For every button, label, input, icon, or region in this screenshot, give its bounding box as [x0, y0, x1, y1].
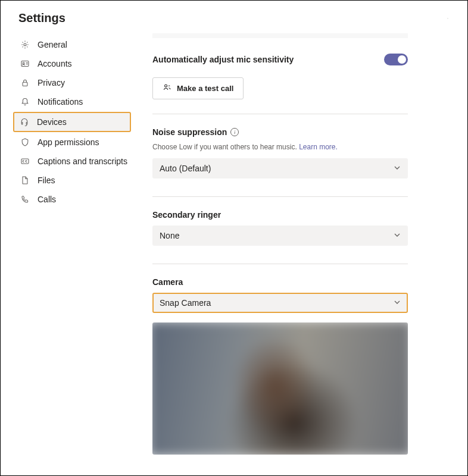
sidebar-item-files[interactable]: Files — [15, 171, 135, 189]
svg-point-0 — [24, 43, 26, 46]
id-card-icon — [20, 58, 30, 69]
noise-suppression-select[interactable]: Auto (Default) — [152, 158, 408, 178]
secondary-ringer-title: Secondary ringer — [152, 210, 221, 220]
sidebar-item-notifications[interactable]: Notifications — [15, 93, 135, 111]
sidebar-item-label: Devices — [37, 117, 67, 127]
sidebar-item-label: App permissions — [38, 137, 99, 147]
helper-text: Choose Low if you want others to hear mu… — [152, 143, 297, 151]
divider — [152, 196, 408, 197]
person-call-icon — [163, 83, 172, 94]
sidebar: General Accounts Privacy Notifications D — [1, 33, 135, 455]
select-value: None — [160, 231, 179, 240]
sidebar-item-label: Calls — [38, 195, 56, 204]
lock-icon — [20, 77, 30, 88]
camera-select[interactable]: Snap Camera — [152, 293, 408, 313]
sidebar-item-label: Notifications — [38, 97, 83, 107]
select-value: Snap Camera — [160, 298, 211, 308]
previous-section-stub — [152, 33, 408, 38]
sidebar-item-accounts[interactable]: Accounts — [15, 55, 135, 73]
chevron-down-icon — [394, 298, 401, 308]
gear-icon — [20, 39, 30, 50]
sidebar-item-label: Accounts — [38, 59, 72, 68]
sidebar-item-label: Privacy — [38, 78, 65, 87]
sidebar-item-privacy[interactable]: Privacy — [15, 74, 135, 92]
sidebar-item-label: Files — [38, 176, 55, 185]
noise-suppression-title: Noise suppression — [152, 127, 227, 137]
phone-icon — [20, 194, 30, 205]
svg-point-5 — [165, 84, 167, 87]
divider — [152, 114, 408, 114]
sidebar-item-app-permissions[interactable]: App permissions — [15, 133, 135, 151]
sidebar-item-devices[interactable]: Devices — [13, 112, 131, 132]
camera-preview — [152, 322, 408, 455]
sidebar-item-captions[interactable]: Captions and transcripts — [15, 152, 135, 170]
shield-icon — [20, 137, 30, 148]
select-value: Auto (Default) — [160, 164, 211, 173]
sidebar-item-calls[interactable]: Calls — [15, 190, 135, 208]
sidebar-item-general[interactable]: General — [15, 36, 135, 54]
file-icon — [20, 175, 30, 186]
bell-icon — [20, 96, 30, 107]
divider — [152, 264, 408, 264]
svg-rect-3 — [23, 82, 27, 86]
button-label: Make a test call — [177, 84, 233, 93]
sidebar-item-label: General — [38, 40, 67, 49]
make-test-call-button[interactable]: Make a test call — [152, 77, 244, 99]
info-icon[interactable]: i — [230, 128, 239, 136]
svg-rect-1 — [21, 61, 29, 67]
sidebar-item-label: Captions and transcripts — [38, 156, 127, 166]
learn-more-link[interactable]: Learn more. — [299, 143, 338, 151]
settings-content: Automatically adjust mic sensitivity Mak… — [135, 33, 467, 455]
auto-mic-toggle[interactable] — [384, 54, 408, 65]
secondary-ringer-select[interactable]: None — [152, 226, 408, 246]
page-title: Settings — [18, 11, 65, 25]
auto-mic-label: Automatically adjust mic sensitivity — [152, 55, 294, 64]
noise-suppression-helper: Choose Low if you want others to hear mu… — [152, 143, 408, 151]
camera-title: Camera — [152, 277, 183, 287]
chevron-down-icon — [394, 164, 401, 173]
headset-icon — [19, 117, 30, 127]
cc-icon — [20, 156, 30, 167]
chevron-down-icon — [394, 231, 401, 240]
close-button[interactable] — [442, 13, 453, 24]
svg-point-2 — [23, 62, 24, 64]
